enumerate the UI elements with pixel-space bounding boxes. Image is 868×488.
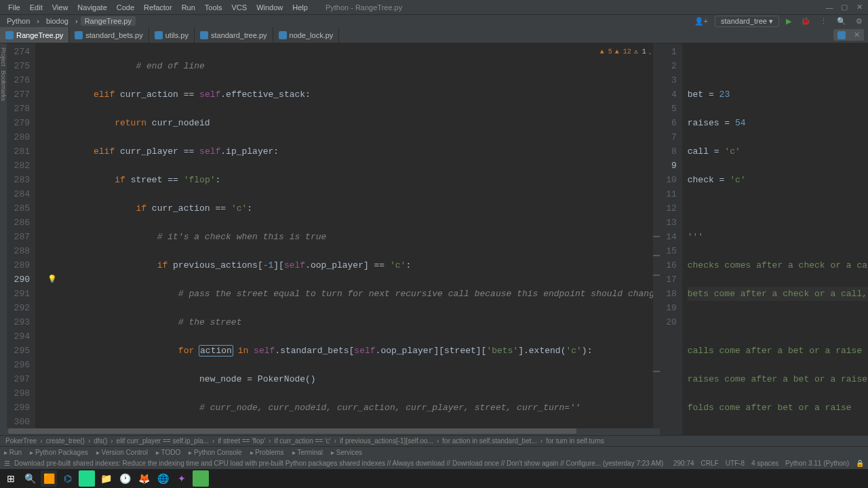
close-tab-icon[interactable]: ✕ — [854, 30, 860, 39]
tool-window-problems[interactable]: ▸ Problems — [250, 449, 284, 456]
app-icon[interactable]: 🟧 — [41, 470, 57, 487]
caret-position[interactable]: 290:74 — [673, 460, 694, 467]
nav-root[interactable]: Python — [3, 16, 34, 26]
menu-code[interactable]: Code — [113, 2, 138, 13]
more-run-icon[interactable]: ⋮ — [817, 16, 830, 26]
tool-window-python-console[interactable]: ▸ Python Console — [189, 449, 241, 456]
run-config-selector[interactable]: standard_tree ▾ — [715, 16, 779, 27]
nav-file[interactable]: RangeTree.py — [81, 16, 136, 26]
tool-window-python-packages[interactable]: ▸ Python Packages — [30, 449, 88, 456]
menu-view[interactable]: View — [48, 2, 73, 13]
tool-window-bar: ▸ Run▸ Python Packages▸ Version Control▸… — [0, 446, 868, 458]
breadcrumb-item[interactable]: for turn in self.turns — [543, 437, 607, 445]
line-separator[interactable]: CRLF — [701, 460, 719, 467]
breadcrumb-item[interactable]: PokerTree — [3, 437, 39, 445]
python-file-icon — [837, 31, 846, 39]
editor-secondary[interactable]: 1234567891011121314151617181920 bet = 23… — [660, 43, 868, 435]
breadcrumb-item[interactable]: elif curr_player == self.ip_pla... — [114, 437, 212, 445]
menu-edit[interactable]: Edit — [26, 2, 47, 13]
tool-window-todo[interactable]: ▸ TODO — [156, 449, 180, 456]
interpreter[interactable]: Python 3.11 (Python) — [785, 460, 849, 467]
intention-bulb-icon[interactable]: 💡 — [47, 272, 57, 287]
tool-window-terminal[interactable]: ▸ Terminal — [292, 449, 323, 456]
nav-folder[interactable]: biodog — [42, 16, 73, 26]
breadcrumb[interactable]: PokerTree›create_tree()›dfs()›elif curr_… — [0, 435, 868, 446]
breadcrumb-item[interactable]: create_tree() — [43, 437, 87, 445]
encoding[interactable]: UTF-8 — [726, 460, 745, 467]
horizontal-scrollbar[interactable] — [7, 428, 660, 435]
breadcrumb-item[interactable]: if curr_action == 'c' — [271, 437, 333, 445]
start-icon[interactable]: ⊞ — [3, 470, 19, 487]
python-file-icon — [5, 31, 14, 39]
tab-node-lock[interactable]: node_lock.py — [273, 27, 340, 43]
python-file-icon — [279, 31, 287, 39]
tool-window-version-control[interactable]: ▸ Version Control — [96, 449, 148, 456]
error-stripe[interactable] — [653, 43, 660, 428]
python-file-icon — [75, 31, 83, 39]
editor-main[interactable]: 2742752762772782792802812822832842852862… — [7, 43, 660, 428]
right-split-tab[interactable]: ✕ — [833, 29, 864, 41]
search-icon[interactable]: 🔍 — [22, 470, 38, 487]
firefox-icon[interactable]: 🦊 — [136, 470, 152, 487]
menu-navigate[interactable]: Navigate — [73, 2, 111, 13]
menu-tools[interactable]: Tools — [201, 2, 226, 13]
gutter-right[interactable]: 1234567891011121314151617181920 — [660, 43, 682, 435]
menu-window[interactable]: Window — [252, 2, 287, 13]
tool-window-services[interactable]: ▸ Services — [331, 449, 362, 456]
breadcrumb-item[interactable]: dfs() — [91, 437, 110, 445]
debug-icon[interactable]: 🐞 — [798, 16, 813, 26]
chrome-icon[interactable]: 🌐 — [155, 470, 171, 487]
lock-icon[interactable]: 🔒 — [856, 460, 864, 467]
menu-vcs[interactable]: VCS — [228, 2, 252, 13]
tab-rangetree[interactable]: RangeTree.py — [0, 27, 69, 43]
app3-icon[interactable] — [193, 470, 209, 487]
menu-file[interactable]: File — [4, 2, 24, 13]
menu-help[interactable]: Help — [288, 2, 312, 13]
search-everywhere-icon[interactable]: 🔍 — [834, 16, 849, 26]
window-title: Python - RangeTree.py — [326, 3, 402, 12]
indent[interactable]: 4 spaces — [751, 460, 778, 467]
tab-standard-tree[interactable]: standard_tree.py — [195, 27, 273, 43]
python-file-icon — [155, 31, 163, 39]
breadcrumb-item[interactable]: if street == 'flop' — [215, 437, 268, 445]
python-file-icon — [200, 31, 208, 39]
menu-run[interactable]: Run — [178, 2, 199, 13]
explorer-icon[interactable]: 📁 — [98, 470, 114, 487]
breadcrumb-item[interactable]: if previous_actions[-1][self.oo... — [337, 437, 436, 445]
settings-icon[interactable]: ⚙ — [853, 16, 865, 26]
clock-icon[interactable]: 🕐 — [117, 470, 133, 487]
app2-icon[interactable]: ✦ — [174, 470, 190, 487]
minimize-icon[interactable]: — — [825, 3, 834, 12]
gutter-left[interactable]: 2742752762772782792802812822832842852862… — [7, 43, 35, 428]
tab-utils[interactable]: utils.py — [149, 27, 195, 43]
close-icon[interactable]: ✕ — [854, 3, 864, 12]
tool-project[interactable]: Project — [0, 47, 7, 66]
tool-window-run[interactable]: ▸ Run — [4, 449, 22, 456]
main-menu: File Edit View Navigate Code Refactor Ru… — [4, 2, 312, 13]
pycharm-icon[interactable] — [79, 470, 95, 487]
menu-refactor[interactable]: Refactor — [140, 2, 176, 13]
windows-taskbar: ⊞ 🔍 🟧 ⌬ 📁 🕐 🦊 🌐 ✦ — [0, 469, 868, 488]
status-message[interactable]: Download pre-built shared indexes: Reduc… — [14, 460, 663, 467]
tool-bookmarks[interactable]: Bookmarks — [0, 70, 7, 101]
maximize-icon[interactable]: ▢ — [840, 3, 849, 12]
breadcrumb-item[interactable]: for action in self.standard_bet... — [439, 437, 540, 445]
tab-standard-bets[interactable]: standard_bets.py — [69, 27, 149, 43]
inspections-widget[interactable]: ▲ 5 ▲ 12 ⚠ 1 ꞈ ˅ — [600, 45, 657, 59]
add-user-icon[interactable]: 👤+ — [692, 16, 711, 26]
status-icon[interactable]: ☰ — [4, 460, 10, 467]
run-icon[interactable]: ▶ — [783, 16, 794, 26]
vscode-icon[interactable]: ⌬ — [60, 470, 76, 487]
